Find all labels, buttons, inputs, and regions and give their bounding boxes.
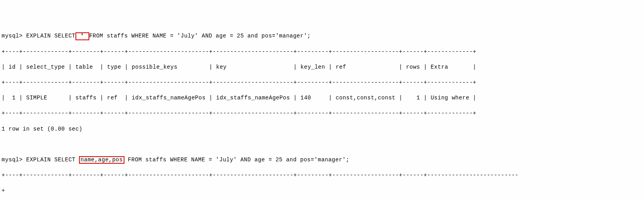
prompt-post: FROM staffs WHERE NAME = 'July' AND age … (124, 157, 350, 163)
highlight-cols: name,age,pos (79, 156, 124, 164)
table-sep: +----+-------------+--------+------+----… (2, 172, 642, 179)
blank-line (2, 141, 642, 149)
table-sep: +----+-------------+--------+------+----… (2, 79, 642, 87)
result-footer: 1 row in set (0.00 sec) (2, 125, 642, 133)
prompt-post: FROM staffs WHERE NAME = 'July' AND age … (89, 33, 311, 39)
table-sep-wrap: + (2, 187, 642, 195)
terminal-output: mysql> EXPLAIN SELECT * FROM staffs WHER… (2, 25, 642, 200)
table-row: | 1 | SIMPLE | staffs | ref | idx_staffs… (2, 94, 642, 102)
prompt-pre: mysql> EXPLAIN SELECT (2, 33, 75, 39)
prompt-pre: mysql> EXPLAIN SELECT (2, 157, 79, 163)
highlight-star: * (75, 32, 89, 40)
table-sep: +----+-------------+--------+------+----… (2, 110, 642, 118)
query-1-prompt: mysql> EXPLAIN SELECT * FROM staffs WHER… (2, 32, 642, 40)
table-sep: +----+-------------+--------+------+----… (2, 48, 642, 56)
table-header: | id | select_type | table | type | poss… (2, 64, 642, 71)
query-2-prompt: mysql> EXPLAIN SELECT name,age,pos FROM … (2, 156, 642, 164)
